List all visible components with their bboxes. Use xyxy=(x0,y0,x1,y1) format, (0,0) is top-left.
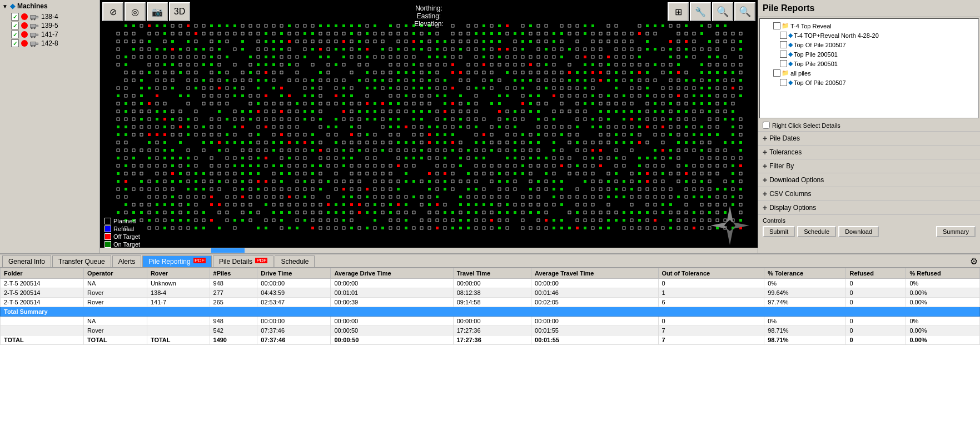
machine-checkbox[interactable] xyxy=(11,22,19,29)
planned-legend-label: Planned xyxy=(113,218,136,224)
cell-avg-travel-time: 00:00:00 xyxy=(531,279,658,288)
cell-drive-time: 07:37:46 xyxy=(257,335,331,345)
tree-item-top-of-pile-200507[interactable]: ◆ Top Of Pile 200507 xyxy=(762,40,976,49)
tab-transfer-queue[interactable]: Transfer Queue xyxy=(52,255,111,267)
cell-travel-time: 00:00:00 xyxy=(453,279,531,288)
diamond-icon: ◆ xyxy=(788,51,793,58)
planned-legend-box xyxy=(105,218,111,224)
3d-tool-button[interactable]: 3D xyxy=(169,2,190,21)
cell-avg-travel-time: 00:02:05 xyxy=(531,298,658,307)
expand-arrow[interactable]: ▼ xyxy=(2,3,8,9)
map-view[interactable]: ⊘ ◎ 📷 3D Northing: Easting: Elevation: ⊞… xyxy=(100,0,758,253)
machine-checkbox[interactable] xyxy=(11,39,19,47)
tree-checkbox[interactable] xyxy=(780,79,787,86)
off-target-legend-label: Off Target xyxy=(113,233,140,240)
northing-label: Northing: xyxy=(414,4,444,12)
tree-checkbox[interactable] xyxy=(773,22,780,29)
machine-item: 139-5 xyxy=(2,21,97,30)
zoom-in-button[interactable]: 🔍 xyxy=(734,2,755,21)
tree-checkbox[interactable] xyxy=(780,41,787,48)
machine-checkbox[interactable] xyxy=(11,13,19,21)
tree-item-all-piles[interactable]: 📁 all piles xyxy=(762,68,976,78)
csv-columns-section[interactable]: + CSV Columns xyxy=(758,187,980,201)
tree-checkbox[interactable] xyxy=(773,69,780,77)
cell-pct-tol: 98.71% xyxy=(764,326,846,335)
cell-operator: Rover xyxy=(84,298,147,307)
svg-point-15 xyxy=(33,45,35,47)
machine-icon xyxy=(30,22,39,29)
total-row: TOTAL TOTAL TOTAL 1490 07:37:46 00:00:50… xyxy=(1,335,980,345)
col-out-of-tolerance: Out of Tolerance xyxy=(658,268,764,279)
target-tool-button[interactable]: ◎ xyxy=(125,2,146,21)
pile-reports-tree[interactable]: 📁 T-4 Top Reveal ◆ T-4 TOP+Reveal North … xyxy=(759,18,979,118)
cell-pct-refused: 0.00% xyxy=(906,326,980,335)
tab-pile-reporting[interactable]: Pile Reporting PDF xyxy=(142,255,212,267)
tree-checkbox[interactable] xyxy=(780,51,787,58)
map-scrollbar[interactable] xyxy=(100,248,758,253)
submit-button[interactable]: Submit xyxy=(763,226,795,237)
map-toolbar-right: ⊞ 🔧 🔍 🔍 xyxy=(668,2,755,21)
settings-gear-icon[interactable]: ⚙ xyxy=(970,256,978,267)
summary-button[interactable]: Summary xyxy=(936,226,976,237)
tolerances-label: Tolerances xyxy=(769,148,802,156)
cell-out-tol: 0 xyxy=(658,279,764,288)
svg-rect-8 xyxy=(31,33,36,37)
tab-alerts[interactable]: Alerts xyxy=(112,255,142,267)
tab-pile-details[interactable]: Pile Details PDF xyxy=(213,255,273,267)
tolerances-expand: + xyxy=(763,148,767,157)
tree-item-t4-top-reveal[interactable]: 📁 T-4 Top Reveal xyxy=(762,21,976,31)
tree-checkbox[interactable] xyxy=(780,60,787,67)
zoom-out-button[interactable]: 🔍 xyxy=(712,2,733,21)
grid-view-button[interactable]: ⊞ xyxy=(668,2,689,21)
cancel-tool-button[interactable]: ⊘ xyxy=(102,2,123,21)
svg-point-7 xyxy=(33,27,35,29)
machine-icon xyxy=(30,13,39,21)
svg-marker-16 xyxy=(727,206,733,223)
display-options-section[interactable]: + Display Options xyxy=(758,201,980,214)
layers-button[interactable]: 🔧 xyxy=(690,2,711,21)
status-indicator xyxy=(21,40,28,47)
machine-checkbox[interactable] xyxy=(11,31,19,38)
right-click-checkbox[interactable] xyxy=(763,122,770,129)
cell-avg-drive-time: 00:01:01 xyxy=(331,288,453,298)
tree-item-top-pile-200501-1[interactable]: ◆ Top Pile 200501 xyxy=(762,49,976,59)
tree-item-top-pile-200501-2[interactable]: ◆ Top Pile 200501 xyxy=(762,59,976,68)
tolerances-section[interactable]: + Tolerances xyxy=(758,145,980,159)
tree-checkbox[interactable] xyxy=(780,32,787,39)
controls-buttons: Submit Schedule Download Summary xyxy=(763,226,976,237)
map-legend: Planned Refusal Off Target On Target xyxy=(105,218,140,249)
map-scroll-thumb[interactable] xyxy=(211,248,245,253)
col-avg-drive-time: Average Drive Time xyxy=(331,268,453,279)
col-folder: Folder xyxy=(1,268,84,279)
tab-schedule[interactable]: Schedule xyxy=(275,255,315,267)
tree-item-label: T-4 Top Reveal xyxy=(790,23,832,29)
tab-general-info[interactable]: General Info xyxy=(2,255,51,267)
machine-item: 141-7 xyxy=(2,30,97,39)
cell-drive-time: 00:00:00 xyxy=(257,317,331,326)
on-target-legend-box xyxy=(105,241,111,248)
bottom-section: General Info Transfer Queue Alerts Pile … xyxy=(0,253,980,431)
easting-label: Easting: xyxy=(414,12,444,20)
right-click-select-row: Right Click Select Details xyxy=(758,119,980,131)
download-options-section[interactable]: + Download Options xyxy=(758,173,980,187)
cell-out-tol: 7 xyxy=(658,335,764,345)
cell-piles: 542 xyxy=(210,326,257,335)
tree-item-top-of-pile-200507-2[interactable]: ◆ Top Of Pile 200507 xyxy=(762,78,976,87)
camera-tool-button[interactable]: 📷 xyxy=(147,2,168,21)
cell-pct-tol: 97.74% xyxy=(764,298,846,307)
schedule-button[interactable]: Schedule xyxy=(797,226,836,237)
pile-dates-section[interactable]: + Pile Dates xyxy=(758,131,980,145)
download-button[interactable]: Download xyxy=(838,226,879,237)
display-options-expand: + xyxy=(763,203,767,212)
cell-pct-refused: 0% xyxy=(906,317,980,326)
svg-rect-5 xyxy=(36,25,38,27)
cell-piles: 265 xyxy=(210,298,257,307)
tree-item-t4-top-reveal-north[interactable]: ◆ T-4 TOP+Reveal North 4-28-20 xyxy=(762,31,976,40)
col-pct-refused: % Refused xyxy=(906,268,980,279)
summary-header-label: Total Summary xyxy=(1,307,980,317)
off-target-legend-box xyxy=(105,233,111,240)
cell-travel-time: 00:00:00 xyxy=(453,317,531,326)
controls-section: Controls Submit Schedule Download Summar… xyxy=(758,214,980,239)
tree-item-label: T-4 TOP+Reveal North 4-28-20 xyxy=(794,32,879,39)
filter-by-section[interactable]: + Filter By xyxy=(758,159,980,173)
